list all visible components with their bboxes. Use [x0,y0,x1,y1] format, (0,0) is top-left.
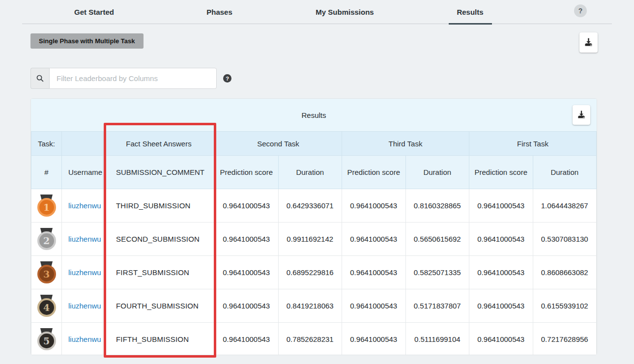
score-column-header: Prediction score [342,156,406,189]
score-cell: 0.9641000543 [469,323,533,356]
tab-label: Results [457,8,483,16]
score-cell: 0.9641000543 [215,189,279,223]
table-row: 1liuzhenwuTHIRD_SUBMISSION0.96410005430.… [31,189,597,223]
score-cell: 0.9641000543 [342,223,406,256]
score-cell: 0.9641000543 [469,289,533,323]
score-cell: 0.6429336071 [278,189,342,223]
tab-my-submissions[interactable]: My Submissions [282,0,407,24]
tab-label: My Submissions [316,8,374,16]
tab-phases[interactable]: Phases [157,0,282,24]
username-link[interactable]: liuzhenwu [68,201,101,210]
score-column-header: Duration [278,156,342,189]
task-group-header: Fact Sheet Answers [103,132,215,156]
filter-input[interactable] [49,68,217,89]
fourth-medal-icon: 4 [37,295,57,317]
score-cell: 0.7852628231 [278,323,342,356]
score-cell: 0.9641000543 [342,189,406,223]
task-corner-label: Task: [31,132,62,156]
rank-cell: 5 [31,323,62,356]
score-cell: 0.9641000543 [342,323,406,356]
filter-bar: ? [30,68,231,89]
score-cell: 0.5111699104 [405,323,469,356]
table-title: Results [301,111,326,119]
score-cell: 0.9641000543 [469,256,533,289]
silver-medal-icon: 2 [37,228,57,251]
download-icon [583,37,594,49]
table-row: 4liuzhenwuFOURTH_SUBMISSION0.96410005430… [31,289,597,323]
tab-results[interactable]: Results [407,0,533,24]
score-cell: 0.5650615692 [405,223,469,256]
medal-rank-number: 2 [37,231,56,250]
submission-comment-cell: SECOND_SUBMISSION [103,223,215,256]
score-cell: 0.8419218063 [278,289,342,323]
submission-comment-cell: FIFTH_SUBMISSION [103,323,215,356]
score-column-header: SUBMISSION_COMMENT [103,156,215,189]
submission-comment-cell: FOURTH_SUBMISSION [103,289,215,323]
username-column-header: Username [62,156,103,189]
table-row: 2liuzhenwuSECOND_SUBMISSION0.96410005430… [31,223,597,256]
table-row: 5liuzhenwuFIFTH_SUBMISSION0.96410005430.… [31,323,597,356]
task-group-header: Second Task [215,132,342,156]
leaderboard-table: Task:Fact Sheet AnswersSecond TaskThird … [31,131,597,355]
gold-medal-icon: 1 [37,195,57,217]
rank-cell: 1 [31,189,62,223]
help-icon[interactable]: ? [574,4,587,17]
medal-rank-number: 4 [37,298,56,317]
score-cell: 0.9641000543 [342,256,406,289]
bronze-medal-icon: 3 [37,261,57,284]
username-group-spacer [62,132,103,156]
username-cell: liuzhenwu [62,223,103,256]
tab-label: Phases [206,8,232,16]
score-cell: 0.6155939102 [533,289,597,323]
rank-cell: 2 [31,223,62,256]
score-cell: 0.8608663082 [533,256,597,289]
score-cell: 0.9641000543 [215,223,279,256]
score-column-header: Prediction score [215,156,279,189]
username-cell: liuzhenwu [62,256,103,289]
results-title-bar: Results [31,99,597,131]
table-row: 3liuzhenwuFIRST_SUBMISSION0.96410005430.… [31,256,597,289]
task-group-header: First Task [469,132,597,156]
score-cell: 0.5171837807 [405,289,469,323]
results-table-card: Results Task:Fact Sheet AnswersSecond Ta… [30,98,597,355]
score-cell: 0.9641000543 [469,223,533,256]
score-cell: 0.5825071335 [405,256,469,289]
username-link[interactable]: liuzhenwu [68,268,101,277]
medal-rank-number: 1 [37,198,56,217]
tab-bar: Get StartedPhasesMy SubmissionsResults [31,0,533,24]
username-link[interactable]: liuzhenwu [68,302,101,310]
score-cell: 0.7217628956 [533,323,597,356]
score-column-header: Duration [405,156,469,189]
username-cell: liuzhenwu [62,289,103,323]
download-leaderboard-button[interactable] [579,32,598,53]
task-group-header: Third Task [342,132,469,156]
score-cell: 0.9641000543 [215,289,279,323]
phase-selector-button[interactable]: Single Phase with Multiple Task [30,33,144,49]
search-icon [30,68,49,89]
nav-divider [22,24,612,24]
username-cell: liuzhenwu [62,323,103,356]
score-column-header: Prediction score [469,156,533,189]
score-column-header: Duration [533,156,597,189]
filter-help-icon[interactable]: ? [223,74,231,83]
score-cell: 0.9641000543 [215,323,279,356]
rank-cell: 4 [31,289,62,323]
score-cell: 0.9911692142 [278,223,342,256]
medal-rank-number: 5 [37,332,56,350]
tab-get-started[interactable]: Get Started [31,0,157,24]
rank-cell: 3 [31,256,62,289]
username-link[interactable]: liuzhenwu [68,235,101,243]
download-icon [576,110,586,121]
score-cell: 0.9641000543 [342,289,406,323]
submission-comment-cell: FIRST_SUBMISSION [103,256,215,289]
submission-comment-cell: THIRD_SUBMISSION [103,189,215,223]
score-cell: 0.9641000543 [215,256,279,289]
download-results-button[interactable] [573,105,590,125]
score-cell: 0.5307083130 [533,223,597,256]
medal-rank-number: 3 [37,265,56,283]
username-cell: liuzhenwu [62,189,103,223]
tab-label: Get Started [74,8,114,16]
score-cell: 0.6895229816 [278,256,342,289]
fifth-medal-icon: 5 [37,328,57,351]
username-link[interactable]: liuzhenwu [68,335,101,343]
